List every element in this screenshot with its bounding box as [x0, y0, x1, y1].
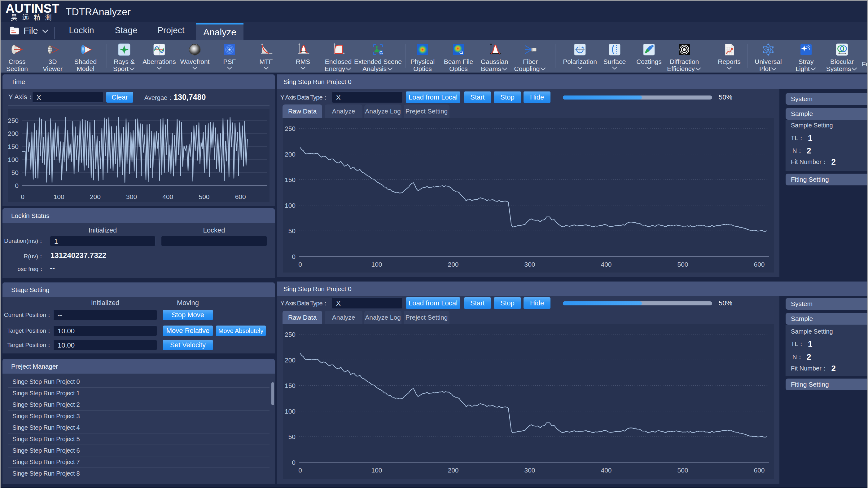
svg-text:500: 500: [677, 467, 688, 474]
svg-text:200: 200: [447, 261, 459, 268]
svg-text:0: 0: [292, 459, 296, 466]
svg-text:500: 500: [198, 193, 209, 200]
svg-text:100: 100: [371, 261, 382, 268]
svg-text:100: 100: [285, 408, 296, 415]
svg-text:0: 0: [15, 182, 19, 189]
svg-text:250: 250: [285, 331, 296, 338]
svg-text:300: 300: [524, 467, 535, 474]
svg-text:200: 200: [285, 356, 296, 364]
svg-text:500: 500: [677, 261, 688, 268]
svg-text:0: 0: [298, 467, 302, 474]
svg-text:200: 200: [285, 151, 296, 158]
svg-text:200: 200: [8, 130, 19, 137]
svg-text:0: 0: [21, 193, 25, 200]
svg-text:150: 150: [285, 176, 296, 183]
svg-text:50: 50: [11, 169, 19, 176]
svg-text:100: 100: [54, 193, 64, 200]
svg-text:250: 250: [285, 125, 296, 132]
svg-text:150: 150: [8, 143, 19, 150]
svg-text:100: 100: [285, 202, 296, 209]
svg-text:50: 50: [288, 227, 296, 234]
svg-text:100: 100: [371, 467, 382, 474]
svg-text:600: 600: [754, 261, 765, 268]
svg-text:200: 200: [447, 467, 459, 474]
svg-text:0: 0: [298, 261, 302, 268]
svg-text:100: 100: [8, 156, 19, 163]
svg-text:600: 600: [754, 467, 765, 474]
svg-text:400: 400: [601, 261, 612, 268]
svg-text:150: 150: [285, 382, 296, 389]
svg-text:250: 250: [8, 117, 19, 124]
svg-text:300: 300: [126, 193, 137, 200]
svg-text:200: 200: [90, 193, 101, 200]
svg-text:50: 50: [288, 433, 296, 440]
svg-text:400: 400: [601, 467, 612, 474]
svg-text:600: 600: [235, 193, 246, 200]
svg-text:400: 400: [162, 193, 173, 200]
svg-text:300: 300: [524, 261, 535, 268]
svg-text:0: 0: [292, 253, 296, 260]
